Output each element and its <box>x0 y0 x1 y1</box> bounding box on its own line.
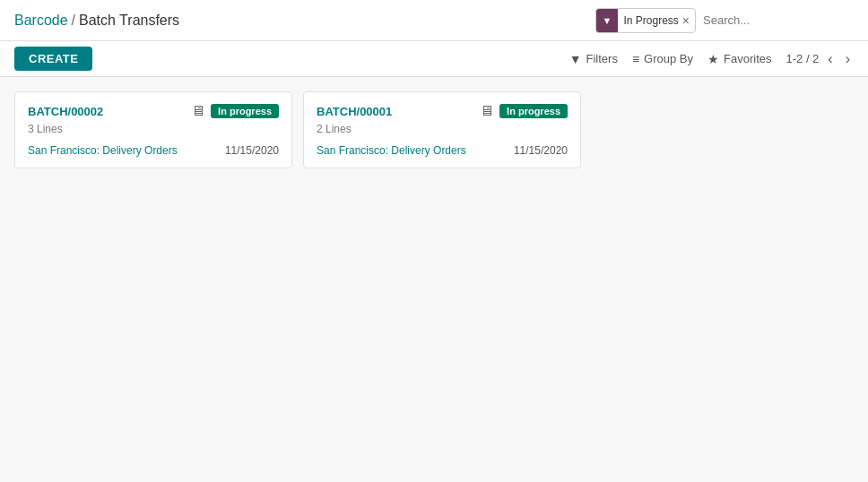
card-location: San Francisco: Delivery Orders <box>28 144 178 157</box>
filters-label: Filters <box>586 52 618 65</box>
group-by-button[interactable]: ≡ Group By <box>632 52 693 66</box>
monitor-icon: 🖥 <box>480 103 494 119</box>
filter-close-icon[interactable]: × <box>682 14 690 27</box>
pagination: 1-2 / 2 ‹ › <box>786 52 854 66</box>
filter-tag-text: In Progress <box>623 14 678 27</box>
pagination-text: 1-2 / 2 <box>786 52 819 65</box>
card-date: 11/15/2020 <box>514 144 568 157</box>
filter-icon: ▼ <box>596 9 619 32</box>
status-badge: In progress <box>211 104 279 118</box>
top-bar: Barcode / Batch Transfers ▼ In Progress … <box>0 0 868 41</box>
group-by-icon: ≡ <box>632 52 639 66</box>
favorites-button[interactable]: ★ Favorites <box>707 52 771 66</box>
breadcrumb-separator: / <box>72 13 75 29</box>
search-input[interactable] <box>703 13 854 27</box>
prev-page-button[interactable]: ‹ <box>824 52 836 66</box>
batch-id: BATCH/00001 <box>317 105 392 118</box>
toolbar: CREATE ▼ Filters ≡ Group By ★ Favorites … <box>0 41 868 77</box>
next-page-button[interactable]: › <box>842 52 854 66</box>
filter-icon: ▼ <box>569 52 582 66</box>
card-lines: 2 Lines <box>317 123 568 135</box>
card-location: San Francisco: Delivery Orders <box>317 144 466 157</box>
card-footer: San Francisco: Delivery Orders 11/15/202… <box>28 144 279 157</box>
toolbar-right: ▼ Filters ≡ Group By ★ Favorites 1-2 / 2… <box>569 52 854 66</box>
card-header-right: 🖥 In progress <box>480 103 568 119</box>
breadcrumb: Barcode / Batch Transfers <box>14 13 179 29</box>
batch-card[interactable]: BATCH/00001 🖥 In progress 2 Lines San Fr… <box>303 91 581 168</box>
card-lines: 3 Lines <box>28 123 279 135</box>
filters-button[interactable]: ▼ Filters <box>569 52 618 66</box>
favorites-star-icon: ★ <box>707 52 719 66</box>
filter-tag-label: In Progress × <box>618 14 695 27</box>
monitor-icon: 🖥 <box>191 103 205 119</box>
breadcrumb-current: Batch Transfers <box>79 13 179 29</box>
main-content: BATCH/00002 🖥 In progress 3 Lines San Fr… <box>0 77 868 482</box>
status-badge: In progress <box>499 104 568 118</box>
card-footer: San Francisco: Delivery Orders 11/15/202… <box>317 144 568 157</box>
batch-id: BATCH/00002 <box>28 105 103 118</box>
card-header: BATCH/00001 🖥 In progress <box>317 103 568 119</box>
breadcrumb-link[interactable]: Barcode <box>14 13 68 29</box>
cards-grid: BATCH/00002 🖥 In progress 3 Lines San Fr… <box>14 91 854 168</box>
card-header: BATCH/00002 🖥 In progress <box>28 103 279 119</box>
card-header-right: 🖥 In progress <box>191 103 279 119</box>
favorites-label: Favorites <box>724 52 771 65</box>
batch-card[interactable]: BATCH/00002 🖥 In progress 3 Lines San Fr… <box>14 91 292 168</box>
card-date: 11/15/2020 <box>225 144 279 157</box>
filter-tag[interactable]: ▼ In Progress × <box>595 8 696 33</box>
search-area: ▼ In Progress × <box>595 8 854 33</box>
group-by-label: Group By <box>644 52 693 65</box>
create-button[interactable]: CREATE <box>14 47 92 71</box>
